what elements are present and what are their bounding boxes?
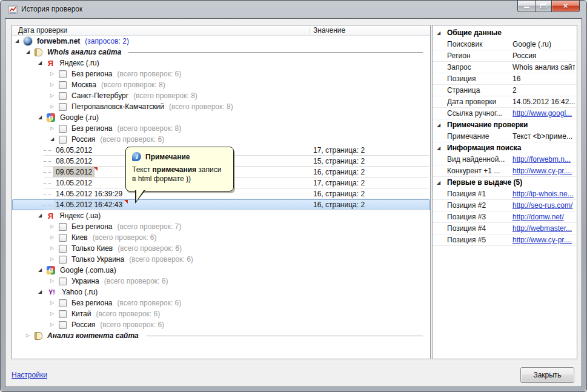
expand-toggle-icon[interactable]: ▷ — [50, 68, 59, 79]
property-row[interactable]: Вид найденной...http://forwebm.n... — [433, 154, 577, 165]
minimize-icon — [524, 7, 529, 8]
property-row[interactable]: Позиция #3http://domw.net/ — [433, 211, 577, 223]
tree-row[interactable]: ▷Без региона(всего проверок: 8) — [12, 123, 430, 134]
expand-toggle-icon[interactable]: ▷ — [50, 243, 59, 254]
tree-row[interactable]: 14.05.2012 16:42:4316, страница: 2 — [12, 199, 430, 210]
property-row[interactable]: Дата проверки14.05.2012 16:42... — [433, 96, 577, 108]
checkbox-icon[interactable] — [59, 136, 67, 144]
property-link[interactable]: http://www.cy-pr.... — [512, 234, 575, 245]
collapse-toggle-icon[interactable]: ◢ — [50, 134, 59, 145]
checkbox-icon[interactable] — [59, 256, 67, 264]
tree-row[interactable]: ◢Whois анализ сайта — [12, 47, 430, 58]
checkbox-icon[interactable] — [59, 81, 67, 89]
collapse-toggle-icon[interactable]: ◢ — [437, 28, 440, 39]
tree-row[interactable]: ▷Киев(всего проверок: 6) — [12, 232, 430, 243]
expand-toggle-icon[interactable]: ▷ — [50, 221, 59, 232]
checkbox-icon[interactable] — [59, 92, 67, 100]
property-link[interactable]: http://webmaster... — [512, 223, 575, 234]
expand-toggle-icon[interactable]: ▷ — [50, 308, 59, 319]
expand-toggle-icon[interactable]: ▷ — [50, 232, 59, 243]
property-row[interactable]: Позиция #4http://webmaster... — [433, 223, 577, 234]
maximize-button[interactable] — [536, 1, 552, 12]
expand-toggle-icon[interactable]: ▷ — [50, 90, 59, 101]
tree-row[interactable]: ▷Россия(всего проверок: 6) — [12, 319, 430, 330]
property-link[interactable]: http://seo-rus.com/ — [512, 200, 575, 211]
expand-toggle-icon[interactable]: ▷ — [50, 276, 59, 287]
titlebar[interactable]: История проверок × — [1, 1, 586, 18]
expand-toggle-icon[interactable]: ▷ — [50, 319, 59, 330]
property-row[interactable]: Позиция #1http://ip-whois.ne... — [433, 188, 577, 200]
checkbox-icon[interactable] — [59, 321, 67, 329]
collapse-toggle-icon[interactable]: ◢ — [38, 112, 47, 123]
collapse-toggle-icon[interactable]: ◢ — [38, 58, 47, 68]
tree-row[interactable]: ▷Только Киев(всего проверок: 6) — [12, 243, 430, 254]
property-link[interactable]: http://ip-whois.ne... — [512, 188, 575, 199]
property-row[interactable]: РегионРоссия — [433, 50, 577, 62]
section-header[interactable]: ◢Примечание проверки — [433, 119, 577, 131]
checkbox-icon[interactable] — [59, 299, 67, 307]
tree-row[interactable]: ▷Украина(всего проверок: 6) — [12, 276, 430, 287]
expand-toggle-icon[interactable]: ▷ — [50, 123, 59, 134]
tree-row[interactable]: ▷Москва(всего проверок: 8) — [12, 79, 430, 90]
tree-row[interactable]: ▷Петропавловск-Камчатский(всего проверок… — [12, 101, 430, 112]
expand-toggle-icon[interactable]: ▷ — [26, 330, 35, 341]
section-header[interactable]: ◢Информация поиска — [433, 142, 577, 154]
expand-toggle-icon[interactable]: ▷ — [50, 79, 59, 90]
section-header[interactable]: ◢Общие данные — [433, 27, 577, 39]
collapse-toggle-icon[interactable]: ◢ — [38, 265, 47, 276]
minimize-button[interactable] — [517, 1, 536, 12]
expand-toggle-icon[interactable]: ▷ — [50, 254, 59, 265]
property-row[interactable]: Конкурент +1 ...http://www.cy-pr.... — [433, 165, 577, 177]
tree-row[interactable]: ◢Y!Yahoo (.ru) — [12, 287, 430, 297]
property-row[interactable]: Страница2 — [433, 85, 577, 96]
collapse-toggle-icon[interactable]: ◢ — [437, 178, 440, 188]
expand-toggle-icon[interactable]: ▷ — [50, 297, 59, 308]
tree-row[interactable]: ◢gGoogle (.ru) — [12, 112, 430, 123]
checkbox-icon[interactable] — [59, 277, 67, 285]
tree-row[interactable]: ▷Анализ контента сайта — [12, 330, 430, 341]
property-link[interactable]: http://www.cy-pr.... — [512, 165, 575, 176]
tree-row[interactable]: ◢Россия(всего проверок: 6) — [12, 134, 430, 145]
settings-link[interactable]: Настройки — [12, 371, 47, 379]
property-link[interactable]: http://domw.net/ — [512, 211, 575, 222]
checkbox-icon[interactable] — [59, 70, 67, 78]
tree-row[interactable]: ▷Санкт-Петербург(всего проверок: 8) — [12, 90, 430, 101]
column-header-date[interactable]: Дата проверки — [18, 26, 67, 35]
checkbox-icon[interactable] — [59, 245, 67, 253]
column-header-value[interactable]: Значение — [313, 26, 345, 35]
tree-row[interactable]: ▷Без региона(всего проверок: 6) — [12, 297, 430, 308]
tooltip-text-pre: Текст — [132, 165, 153, 174]
property-row[interactable]: ПримечаниеТекст <b>приме... — [433, 131, 577, 142]
property-link[interactable]: http://www.googl... — [512, 108, 575, 119]
property-link[interactable]: http://forwebm.n... — [512, 154, 575, 165]
tree-row[interactable]: ▷Только Украина(всего проверок: 6) — [12, 254, 430, 265]
section-header[interactable]: ◢Первые в выдаче (5) — [433, 177, 577, 188]
collapse-toggle-icon[interactable]: ◢ — [38, 287, 47, 297]
collapse-toggle-icon[interactable]: ◢ — [437, 143, 440, 154]
tree-row[interactable]: ◢ЯЯндекс (.ua) — [12, 210, 430, 221]
tree-row[interactable]: ◢forwebm.net(запросов: 2) — [12, 36, 430, 47]
checkbox-icon[interactable] — [59, 310, 67, 318]
collapse-toggle-icon[interactable]: ◢ — [38, 210, 47, 221]
tree-row[interactable]: ▷Без региона(всего проверок: 7) — [12, 221, 430, 232]
checkbox-icon[interactable] — [59, 103, 67, 111]
property-row[interactable]: Позиция16 — [433, 73, 577, 85]
close-button[interactable]: × — [552, 1, 580, 12]
property-row[interactable]: Позиция #2http://seo-rus.com/ — [433, 200, 577, 211]
property-row[interactable]: ЗапросWhois анализ сайта — [433, 62, 577, 73]
checkbox-icon[interactable] — [59, 125, 67, 133]
property-row[interactable]: Ссылка ручног...http://www.googl... — [433, 108, 577, 119]
tree-row[interactable]: ▷Китай(всего проверок: 6) — [12, 308, 430, 319]
close-dialog-button[interactable]: Закрыть — [520, 367, 574, 383]
checkbox-icon[interactable] — [59, 234, 67, 242]
collapse-toggle-icon[interactable]: ◢ — [15, 36, 24, 47]
property-row[interactable]: ПоисковикGoogle (.ru) — [433, 39, 577, 50]
expand-toggle-icon[interactable]: ▷ — [50, 101, 59, 112]
tree-row[interactable]: ◢ЯЯндекс (.ru) — [12, 58, 430, 68]
property-row[interactable]: Позиция #5http://www.cy-pr.... — [433, 234, 577, 246]
tree-row[interactable]: ▷Без региона(всего проверок: 6) — [12, 68, 430, 79]
checkbox-icon[interactable] — [59, 223, 67, 231]
collapse-toggle-icon[interactable]: ◢ — [26, 47, 35, 58]
collapse-toggle-icon[interactable]: ◢ — [437, 120, 440, 131]
tree-row[interactable]: ◢gGoogle (.com.ua) — [12, 265, 430, 276]
